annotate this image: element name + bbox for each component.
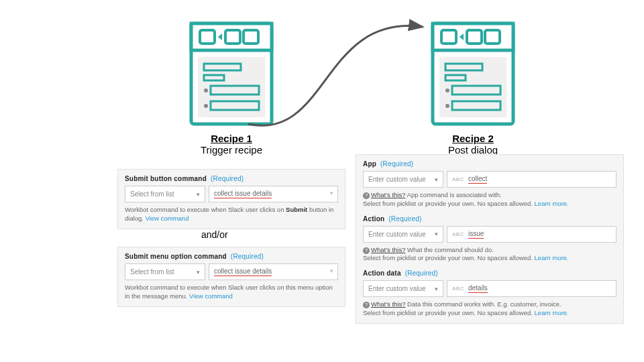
whats-this-link[interactable]: What's this? — [371, 300, 405, 308]
app-label: App (Required) — [363, 160, 616, 168]
app-input[interactable]: ABC collect — [447, 171, 616, 188]
submit-menu-option-command-label: Submit menu option command (Required) — [125, 253, 338, 260]
recipe1-heading: Recipe 1 Trigger recipe — [188, 133, 275, 156]
svg-point-10 — [204, 104, 208, 108]
action-custom-value-dropdown[interactable]: Enter custom value ▾ — [363, 226, 443, 243]
svg-point-20 — [445, 88, 449, 93]
submit-button-command-label: Submit button command (Required) — [125, 175, 338, 182]
view-command-link[interactable]: View command — [146, 215, 189, 222]
andor-text: and/or — [201, 229, 228, 240]
submit-button-command-panel: Submit button command (Required) Select … — [117, 169, 345, 229]
post-dialog-panel: App (Required) Enter custom value ▾ ABC … — [356, 154, 624, 324]
submit-menu-option-command-panel: Submit menu option command (Required) Se… — [117, 247, 345, 307]
recipe-icon-2 — [429, 20, 517, 127]
chevron-down-icon: ▾ — [197, 269, 200, 276]
abc-icon: ABC — [452, 231, 464, 237]
learn-more-link[interactable]: Learn more. — [535, 254, 569, 261]
chevron-down-icon: ▾ — [435, 176, 438, 183]
help-icon: ? — [363, 302, 370, 308]
recipe2-title: Recipe 2 — [429, 133, 517, 144]
abc-icon: ABC — [452, 286, 464, 292]
recipe2-heading: Recipe 2 Post dialog — [429, 133, 517, 156]
view-command-link-2[interactable]: View command — [189, 292, 233, 300]
chevron-down-icon: ▾ — [435, 286, 438, 292]
whats-this-link[interactable]: What's this? — [371, 246, 405, 253]
submit-menu-caption: Workbot command to execute when Slack us… — [125, 284, 338, 301]
svg-rect-17 — [439, 57, 506, 117]
learn-more-link[interactable]: Learn more. — [535, 309, 569, 316]
action-data-input[interactable]: ABC details — [447, 280, 616, 297]
action-input[interactable]: ABC issue — [447, 226, 616, 243]
help-icon: ? — [363, 247, 370, 254]
chevron-down-icon: ▾ — [435, 231, 438, 237]
svg-rect-5 — [198, 57, 265, 117]
select-from-list-dropdown-2[interactable]: Select from list ▾ — [125, 263, 205, 280]
recipe1-subtitle: Trigger recipe — [188, 144, 275, 156]
chevron-down-icon: ▾ — [197, 191, 200, 198]
submit-button-caption: Workbot command to execute when Slack us… — [125, 206, 338, 223]
action-label: Action (Required) — [363, 215, 616, 223]
app-custom-value-dropdown[interactable]: Enter custom value ▾ — [363, 171, 443, 188]
whats-this-link[interactable]: What's this? — [371, 191, 405, 198]
svg-point-8 — [204, 88, 208, 93]
svg-point-22 — [445, 104, 449, 108]
data-custom-value-dropdown[interactable]: Enter custom value ▾ — [363, 280, 443, 297]
select-from-list-dropdown[interactable]: Select from list ▾ — [125, 186, 205, 202]
submit-menu-option-input[interactable]: collect issue details — [209, 263, 338, 280]
learn-more-link[interactable]: Learn more. — [535, 200, 569, 207]
abc-icon: ABC — [452, 176, 464, 182]
recipe1-title: Recipe 1 — [188, 133, 275, 144]
action-data-label: Action data (Required) — [363, 269, 616, 277]
submit-button-command-input[interactable]: collect issue details — [209, 186, 338, 202]
help-icon: ? — [363, 192, 370, 199]
recipe-icon-1 — [188, 20, 275, 127]
